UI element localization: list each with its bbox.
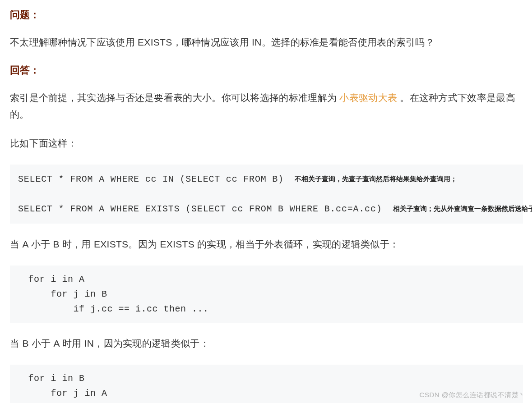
answer-text: 索引是个前提，其实选择与否还是要看表的大小。你可以将选择的标准理解为 小表驱动大…: [10, 90, 523, 123]
example-intro: 比如下面这样：: [10, 135, 523, 152]
answer-text-pre: 索引是个前提，其实选择与否还是要看表的大小。你可以将选择的标准理解为: [10, 92, 339, 103]
question-text: 不太理解哪种情况下应该使用 EXISTS，哪种情况应该用 IN。选择的标准是看能…: [10, 34, 523, 51]
text-cursor: [30, 109, 30, 119]
sql-code-block: SELECT * FROM A WHERE cc IN (SELECT cc F…: [10, 165, 523, 224]
sql-blank-line: [18, 187, 515, 202]
sql2-code: SELECT * FROM A WHERE EXISTS (SELECT cc …: [18, 202, 382, 216]
sql1-code: SELECT * FROM A WHERE cc IN (SELECT cc F…: [18, 172, 284, 187]
explain-exists: 当 A 小于 B 时，用 EXISTS。因为 EXISTS 的实现，相当于外表循…: [10, 236, 523, 253]
sql-line-1: SELECT * FROM A WHERE cc IN (SELECT cc F…: [18, 172, 515, 187]
sql-line-2: SELECT * FROM A WHERE EXISTS (SELECT cc …: [18, 202, 515, 216]
question-heading: 问题：: [10, 8, 523, 22]
loop-code-1: for i in A for j in B if j.cc == i.cc th…: [10, 266, 523, 323]
article-content: 问题： 不太理解哪种情况下应该使用 EXISTS，哪种情况应该用 IN。选择的标…: [0, 0, 532, 403]
explain-in: 当 B 小于 A 时用 IN，因为实现的逻辑类似于：: [10, 335, 523, 352]
csdn-watermark: CSDN @你怎么连话都说不清楚丶: [420, 391, 526, 399]
sql2-annotation: 相关子查询；先从外查询查一条数据然后送给子查询: [393, 203, 532, 215]
answer-heading: 回答：: [10, 64, 523, 77]
sql1-annotation: 不相关子查询，先查子查询然后将结果集给外查询用；: [295, 174, 457, 185]
answer-highlight: 小表驱动大表: [339, 92, 397, 103]
